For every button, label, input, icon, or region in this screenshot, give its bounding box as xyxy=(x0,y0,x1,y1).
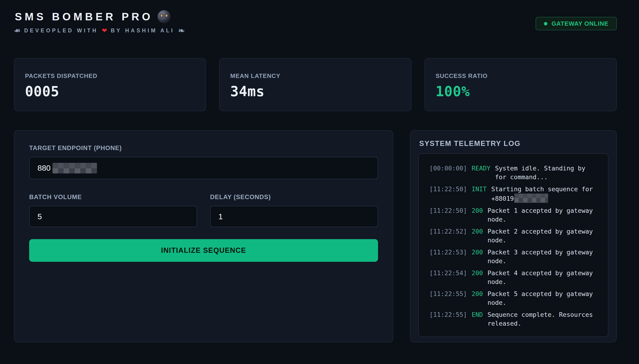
log-message: Packet 5 accepted by gateway node. xyxy=(487,290,599,307)
status-dot-icon xyxy=(544,22,547,26)
title-row: SMS BOMBER PRO xyxy=(14,10,617,23)
log-message: System idle. Standing by for command... xyxy=(495,164,599,182)
log-message-text: Packet 3 accepted by gateway node. xyxy=(487,248,593,264)
log-status-badge: 200 xyxy=(472,227,483,245)
phone-input[interactable]: 880 xyxy=(29,157,378,179)
heart-icon: ❤ xyxy=(102,27,107,34)
log-status-badge: END xyxy=(472,310,483,328)
stats-row: PACKETS DISPATCHED 0005 MEAN LATENCY 34m… xyxy=(14,58,617,111)
delay-field: DELAY (SECONDS) xyxy=(210,194,378,227)
stat-card-packets-dispatched: PACKETS DISPATCHED 0005 xyxy=(14,58,206,111)
page-title: SMS BOMBER PRO xyxy=(15,10,153,23)
log-entry: [11:22:50] 200 Packet 1 accepted by gate… xyxy=(429,206,599,224)
stat-value: 34ms xyxy=(230,83,400,100)
delay-input[interactable] xyxy=(210,206,378,227)
form-row: BATCH VOLUME DELAY (SECONDS) xyxy=(29,194,378,227)
log-entry: [11:22:55] END Sequence complete. Resour… xyxy=(429,310,599,328)
log-message: Packet 1 accepted by gateway node. xyxy=(487,206,599,224)
main-content: TARGET ENDPOINT (PHONE) 880 BATCH VOLUME… xyxy=(14,130,617,342)
stat-value: 100% xyxy=(436,83,606,100)
log-message-text: System idle. Standing by for command... xyxy=(495,165,585,180)
log-entry: [11:22:52] 200 Packet 2 accepted by gate… xyxy=(429,227,599,245)
log-status-badge: 200 xyxy=(472,206,483,224)
log-timestamp: [11:22:52] xyxy=(429,227,467,245)
stat-card-success-ratio: SUCCESS RATIO 100% xyxy=(424,58,617,111)
gateway-status-badge: GATEWAY ONLINE xyxy=(536,17,617,30)
app-root: SMS BOMBER PRO ❧ DEVEOPLED WITH ❤ BY HAS… xyxy=(0,0,639,364)
log-timestamp: [11:22:55] xyxy=(429,290,467,307)
log-message: Starting batch sequence for +88019 xyxy=(491,185,599,203)
log-timestamp: [11:22:50] xyxy=(429,185,467,203)
log-entry: [11:22:55] 200 Packet 5 accepted by gate… xyxy=(429,290,599,307)
log-message: Packet 3 accepted by gateway node. xyxy=(487,248,599,266)
log-message: Packet 4 accepted by gateway node. xyxy=(487,269,599,286)
redacted-pixelation xyxy=(514,194,548,203)
log-status-badge: 200 xyxy=(472,248,483,266)
log-message-text: Packet 2 accepted by gateway node. xyxy=(487,228,593,244)
phone-input-value: 880 xyxy=(38,164,51,172)
initialize-sequence-button[interactable]: INITIALIZE SEQUENCE xyxy=(29,239,378,262)
log-status-badge: 200 xyxy=(472,269,483,286)
subtitle: ❧ DEVEOPLED WITH ❤ BY HASHIM ALI ❧ xyxy=(14,26,617,35)
log-timestamp: [11:22:53] xyxy=(429,248,467,266)
attack-config-panel: TARGET ENDPOINT (PHONE) 880 BATCH VOLUME… xyxy=(14,130,393,342)
log-status-badge: INIT xyxy=(472,185,487,203)
batch-volume-input[interactable] xyxy=(29,206,197,227)
log-message: Sequence complete. Resources released. xyxy=(487,310,599,328)
log-message-text: Packet 5 accepted by gateway node. xyxy=(487,290,593,306)
log-timestamp: [11:22:50] xyxy=(429,206,467,224)
log-timestamp: [00:00:00] xyxy=(429,164,467,182)
batch-volume-field: BATCH VOLUME xyxy=(29,194,197,227)
log-message-text: Sequence complete. Resources released. xyxy=(487,311,593,327)
gateway-status-label: GATEWAY ONLINE xyxy=(551,20,608,27)
stat-label: PACKETS DISPATCHED xyxy=(25,72,195,80)
stat-card-mean-latency: MEAN LATENCY 34ms xyxy=(219,58,411,111)
log-entry: [00:00:00] READY System idle. Standing b… xyxy=(429,164,599,182)
subtitle-text-left: DEVEOPLED WITH xyxy=(24,28,98,34)
log-timestamp: [11:22:54] xyxy=(429,269,467,286)
batch-volume-label: BATCH VOLUME xyxy=(29,194,197,201)
redacted-pixelation xyxy=(53,163,97,174)
subtitle-text-right: BY HASHIM ALI xyxy=(111,28,174,34)
log-entry: [11:22:53] 200 Packet 3 accepted by gate… xyxy=(429,248,599,266)
stat-label: SUCCESS RATIO xyxy=(436,72,606,80)
log-entry: [11:22:54] 200 Packet 4 accepted by gate… xyxy=(429,269,599,286)
log-timestamp: [11:22:55] xyxy=(429,310,467,328)
stat-value: 0005 xyxy=(25,83,195,100)
log-message-text: Packet 4 accepted by gateway node. xyxy=(487,270,593,285)
stat-label: MEAN LATENCY xyxy=(230,72,400,80)
ornament-left-icon: ❧ xyxy=(14,26,21,35)
telemetry-log-scroll-area[interactable]: [00:00:00] READY System idle. Standing b… xyxy=(418,153,608,337)
telemetry-log-panel: SYSTEM TELEMETRY LOG [00:00:00] READY Sy… xyxy=(410,130,617,342)
ornament-right-icon: ❧ xyxy=(178,26,185,35)
log-message-text: Packet 1 accepted by gateway node. xyxy=(487,207,593,223)
new-moon-face-icon xyxy=(158,10,171,23)
log-status-badge: READY xyxy=(472,164,490,182)
log-status-badge: 200 xyxy=(472,290,483,307)
phone-field-label: TARGET ENDPOINT (PHONE) xyxy=(29,144,378,152)
log-message: Packet 2 accepted by gateway node. xyxy=(487,227,599,245)
log-entry: [11:22:50] INIT Starting batch sequence … xyxy=(429,185,599,203)
telemetry-log-title: SYSTEM TELEMETRY LOG xyxy=(419,140,608,148)
header: SMS BOMBER PRO ❧ DEVEOPLED WITH ❤ BY HAS… xyxy=(14,10,617,35)
delay-label: DELAY (SECONDS) xyxy=(210,194,378,201)
